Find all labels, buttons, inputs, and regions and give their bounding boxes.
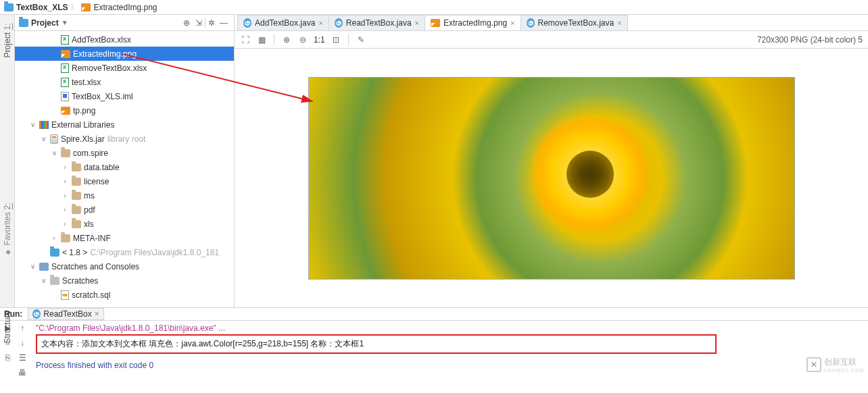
tree-item[interactable]: ›xls [15, 217, 234, 231]
tool-window-favorites-label: Favorites [3, 212, 12, 245]
tree-item-label: External Libraries [51, 120, 114, 130]
watermark-brand: 创新互联 [824, 357, 864, 368]
watermark: ✕ 创新互联 CDXWCX.COM [806, 357, 864, 373]
console[interactable]: "C:\Program Files\Java\jdk1.8.0_181\bin\… [30, 321, 868, 379]
close-icon[interactable]: × [415, 19, 419, 27]
tree-item[interactable]: scratch.sql [15, 288, 234, 302]
tab-label: AddTextBox.java [255, 18, 315, 28]
editor-tab[interactable]: ExtractedImg.png× [425, 15, 521, 30]
xls-icon [61, 35, 69, 45]
run-panel: Run: C ReadTextBox × ▶ ■ ⎘ ↑ ↓ ☰ 🖶 "C:\P… [0, 307, 868, 379]
close-icon[interactable]: × [95, 309, 99, 319]
expand-icon[interactable]: ∨ [28, 121, 37, 128]
project-tree[interactable]: AddTextBox.xlsxExtractedImg.pngRemoveTex… [15, 31, 234, 307]
expand-icon[interactable]: ∨ [39, 135, 47, 142]
tree-item[interactable]: < 1.8 > C:\Program Files\Java\jdk1.8.0_1… [15, 245, 234, 259]
tree-item[interactable]: ›data.table [15, 160, 234, 174]
java-icon: C [32, 309, 41, 319]
editor-tab[interactable]: CAddTextBox.java× [237, 15, 329, 30]
zoom-out-icon[interactable]: ⊖ [297, 34, 308, 45]
run-config-tab[interactable]: C ReadTextBox × [28, 308, 103, 320]
grid-icon[interactable]: ▦ [256, 34, 267, 45]
close-icon[interactable]: × [617, 19, 621, 27]
java-icon: C [335, 18, 343, 28]
tab-label: RemoveTextBox.java [538, 18, 614, 28]
editor-tab[interactable]: CReadTextBox.java× [329, 15, 425, 30]
tree-item[interactable]: ∨Spire.Xls.jar library root [15, 132, 234, 146]
tool-window-project[interactable]: Project 1: [3, 23, 12, 57]
tree-item-label: xls [84, 219, 94, 229]
hide-button[interactable]: — [218, 17, 230, 29]
folder-tan-icon [61, 149, 70, 157]
expand-icon[interactable]: › [61, 206, 69, 213]
expand-icon[interactable]: › [61, 220, 69, 228]
tree-item-label: com.spire [73, 149, 108, 158]
tree-item[interactable]: ›license [15, 174, 234, 188]
tree-item[interactable]: RemoveTextBox.xlsx [15, 61, 234, 75]
xls-icon [61, 63, 69, 73]
tree-item-label: META-INF [73, 234, 111, 243]
settings-button[interactable]: ✲ [206, 17, 218, 29]
locate-button[interactable]: ⊕ [180, 17, 193, 29]
tool-window-favorites[interactable]: ★ Favorites 2: [3, 203, 12, 257]
java-icon: C [243, 18, 251, 28]
project-icon [19, 19, 28, 27]
expand-icon[interactable]: › [50, 234, 58, 242]
tool-window-structure[interactable]: Structure [3, 311, 12, 344]
image-viewer-toolbar: ⛶ ▦ ⊕ ⊖ 1:1 ⊡ ✎ 720x300 PNG (24-bit colo… [235, 31, 868, 49]
tree-item[interactable]: AddTextBox.xlsx [15, 32, 234, 47]
tree-item[interactable]: ExtractedImg.png [15, 47, 234, 61]
jar-icon [50, 134, 58, 144]
tab-label: ExtractedImg.png [443, 18, 507, 28]
breadcrumb: TextBox_XLS 〉 ExtractedImg.png [0, 0, 868, 15]
wrap-button[interactable]: ☰ [16, 352, 28, 364]
tree-item-label: test.xlsx [72, 78, 101, 87]
close-icon[interactable]: × [510, 19, 514, 27]
tree-item[interactable]: ›pdf [15, 203, 234, 217]
tree-item-hint: C:\Program Files\Java\jdk1.8.0_181 [90, 248, 219, 257]
folder-icon [4, 3, 14, 11]
sc-icon [39, 263, 49, 271]
breadcrumb-root[interactable]: TextBox_XLS [4, 3, 68, 12]
expand-icon[interactable]: ∨ [50, 149, 58, 157]
print-button[interactable]: 🖶 [16, 367, 28, 379]
tree-item[interactable]: ∨com.spire [15, 146, 234, 160]
console-output-highlighted: 文本内容：添加文本到文本框 填充色：java.awt.Color[r=255,g… [36, 334, 717, 354]
folder-tan-icon [72, 178, 81, 186]
color-picker-icon[interactable]: ✎ [356, 34, 366, 45]
tool-window-project-num: 1: [3, 23, 12, 30]
zoom-ratio: 1:1 [314, 35, 325, 45]
dropdown-icon[interactable]: ▼ [62, 19, 68, 26]
expand-icon[interactable]: ∨ [39, 277, 47, 284]
attach-button[interactable]: ⎘ [1, 352, 14, 364]
watermark-sub: CDXWCX.COM [824, 368, 864, 373]
expand-icon[interactable]: › [61, 178, 69, 185]
img-icon [61, 50, 70, 58]
tree-item-label: data.table [84, 163, 120, 172]
down-button[interactable]: ↓ [16, 337, 28, 349]
tree-item[interactable]: ∨Scratches and Consoles [15, 259, 234, 273]
tree-item-label: Scratches and Consoles [51, 262, 139, 271]
tree-item[interactable]: test.xlsx [15, 75, 234, 89]
lib-icon [39, 121, 49, 129]
tree-item[interactable]: ›ms [15, 188, 234, 203]
tree-item[interactable]: ›META-INF [15, 231, 234, 245]
editor-tab[interactable]: CRemoveTextBox.java× [521, 15, 628, 30]
up-button[interactable]: ↑ [16, 322, 28, 334]
project-panel-header: Project ▼ ⊕ ⇲ ✲ — [15, 15, 234, 31]
breadcrumb-file[interactable]: ExtractedImg.png [81, 3, 157, 12]
tree-item[interactable]: ∨External Libraries [15, 117, 234, 132]
expand-icon[interactable]: › [61, 192, 69, 199]
close-icon[interactable]: × [318, 19, 322, 27]
actual-size-icon[interactable]: ⊡ [331, 34, 341, 45]
expand-icon[interactable]: › [61, 163, 69, 171]
zoom-in-icon[interactable]: ⊕ [281, 34, 292, 45]
tree-item[interactable]: ∨Scratches [15, 273, 234, 288]
expand-button[interactable]: ⇲ [193, 17, 205, 29]
tree-item[interactable]: tp.png [15, 103, 234, 117]
fit-window-icon[interactable]: ⛶ [240, 34, 251, 45]
image-viewer [235, 49, 868, 307]
tree-item[interactable]: TextBox_XLS.iml [15, 89, 234, 103]
tool-window-structure-label: Structure [3, 311, 12, 344]
expand-icon[interactable]: ∨ [28, 263, 37, 270]
